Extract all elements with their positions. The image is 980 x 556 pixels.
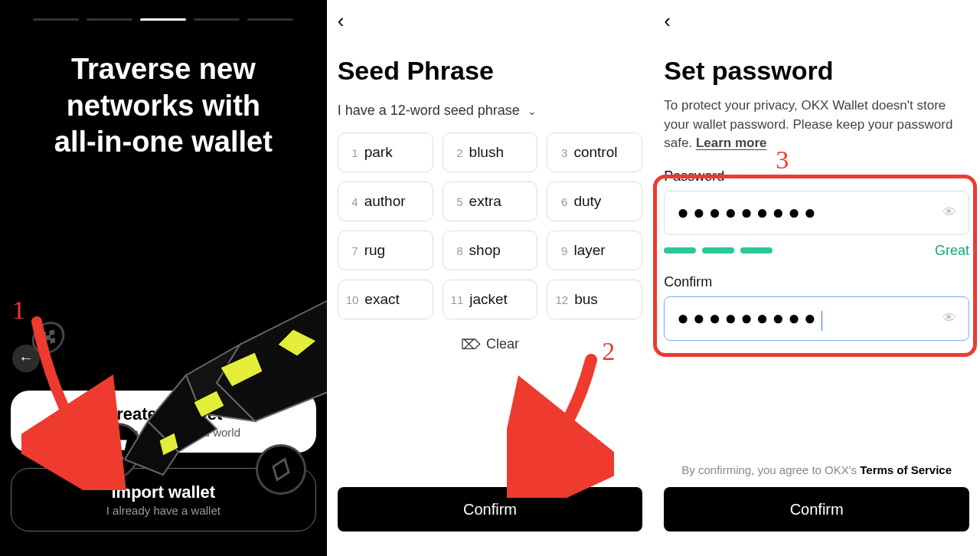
seed-word-input[interactable]: 8shop <box>443 231 538 270</box>
seed-word: layer <box>573 242 605 259</box>
seed-word: jacket <box>469 291 508 308</box>
strength-bar <box>664 247 696 253</box>
seed-index: 12 <box>555 293 568 306</box>
page-title: Seed Phrase <box>338 56 643 86</box>
seed-word-input[interactable]: 9layer <box>547 231 642 270</box>
strength-label: Great <box>935 243 969 259</box>
illustration-zone: ← <box>11 161 316 391</box>
headline-line: networks with <box>67 90 260 122</box>
svg-marker-15 <box>220 352 263 387</box>
seed-index: 1 <box>346 146 358 159</box>
seed-length-dropdown[interactable]: I have a 12-word seed phrase ⌄ <box>338 103 643 119</box>
button-subtitle: I'm new to decentralized world <box>18 426 309 439</box>
svg-rect-3 <box>41 339 47 345</box>
button-title: Create a wallet <box>18 404 309 424</box>
seed-index: 3 <box>555 146 567 159</box>
page-dot <box>87 18 132 21</box>
seed-word-input[interactable]: 11jacket <box>443 280 538 319</box>
password-strength: Great <box>664 243 969 259</box>
headline: Traverse new networks with all-in-one wa… <box>11 51 316 161</box>
confirm-label: Confirm <box>664 274 969 290</box>
onboarding-screen: Traverse new networks with all-in-one wa… <box>0 0 327 556</box>
password-input[interactable]: ●●●●●●●●● 👁 <box>664 191 969 235</box>
seed-grid: 1park2blush3control4author5extra6duty7ru… <box>338 132 643 319</box>
svg-rect-1 <box>49 329 54 335</box>
learn-more-link[interactable]: Learn more <box>696 136 767 150</box>
seed-word: shop <box>469 242 501 259</box>
confirm-button[interactable]: Confirm <box>338 487 643 531</box>
page-subtext: To protect your privacy, OKX Wallet does… <box>664 96 969 153</box>
page-dot <box>247 18 293 21</box>
text-cursor <box>822 311 823 331</box>
arrow-left-icon: ← <box>18 349 34 367</box>
page-dot-active <box>140 18 186 21</box>
seed-word: park <box>364 144 393 161</box>
create-wallet-button[interactable]: Create a wallet I'm new to decentralized… <box>11 391 316 453</box>
seed-word-input[interactable]: 5extra <box>443 182 538 221</box>
password-mask: ●●●●●●●●● <box>677 201 819 224</box>
seed-word: bus <box>574 291 598 308</box>
seed-word: rug <box>364 242 385 259</box>
svg-marker-17 <box>278 329 316 356</box>
annotation-arrow-2 <box>507 352 614 498</box>
svg-rect-5 <box>97 440 109 450</box>
page-indicator <box>11 18 316 21</box>
page-dot <box>33 18 79 21</box>
back-button[interactable]: ‹ <box>664 9 687 33</box>
chevron-left-icon: ‹ <box>338 9 345 32</box>
terms-line: By confirming, you agree to OKX's Terms … <box>664 402 969 476</box>
button-label: Confirm <box>790 501 844 518</box>
seed-index: 6 <box>555 195 567 208</box>
seed-word: author <box>364 193 406 210</box>
eye-icon[interactable]: 👁 <box>942 310 956 326</box>
page-dot <box>194 18 240 21</box>
clear-label: Clear <box>486 336 519 353</box>
seed-word: control <box>573 144 617 161</box>
back-button[interactable]: ‹ <box>338 9 361 33</box>
seed-word: blush <box>469 144 504 161</box>
seed-index: 4 <box>346 195 358 208</box>
seed-word: duty <box>573 193 601 210</box>
svg-rect-4 <box>50 337 55 343</box>
password-block: Password ●●●●●●●●● 👁 Great <box>664 168 969 259</box>
seed-word-input[interactable]: 7rug <box>338 231 433 270</box>
svg-marker-10 <box>270 456 292 482</box>
seed-index: 7 <box>346 244 358 257</box>
button-subtitle: I already have a wallet <box>19 504 308 517</box>
seed-index: 8 <box>451 244 463 257</box>
headline-line: all-in-one wallet <box>54 126 273 158</box>
button-label: Confirm <box>463 501 517 518</box>
set-password-screen: ‹ Set password To protect your privacy, … <box>653 0 980 556</box>
headline-line: Traverse new <box>71 53 256 85</box>
seed-word-input[interactable]: 2blush <box>443 132 538 172</box>
terms-link[interactable]: Terms of Service <box>860 463 952 476</box>
seed-word-input[interactable]: 10exact <box>338 280 433 319</box>
dropdown-label: I have a 12-word seed phrase <box>338 103 520 119</box>
confirm-inner: ●●●●●●●●● <box>677 306 822 332</box>
confirm-block: Confirm ●●●●●●●●● 👁 <box>664 274 969 341</box>
seed-word-input[interactable]: 3control <box>547 132 642 172</box>
clear-icon: ⌦ <box>461 336 480 353</box>
strength-bar <box>702 247 734 253</box>
svg-rect-8 <box>93 456 106 466</box>
chevron-left-icon: ‹ <box>664 9 671 32</box>
confirm-mask: ●●●●●●●●● <box>677 306 819 329</box>
seed-index: 10 <box>346 293 359 306</box>
seed-word-input[interactable]: 12bus <box>547 280 642 319</box>
page-title: Set password <box>664 56 969 86</box>
seed-index: 11 <box>451 293 464 306</box>
seed-word-input[interactable]: 6duty <box>547 182 642 221</box>
confirm-input[interactable]: ●●●●●●●●● 👁 <box>664 296 969 341</box>
seed-index: 9 <box>555 244 567 257</box>
clear-button[interactable]: ⌦ Clear <box>338 336 643 353</box>
seed-index: 2 <box>451 146 463 159</box>
chevron-down-icon: ⌄ <box>528 105 537 117</box>
seed-index: 5 <box>451 195 463 208</box>
seed-word-input[interactable]: 1park <box>338 132 433 172</box>
eye-icon[interactable]: 👁 <box>942 204 956 221</box>
confirm-button[interactable]: Confirm <box>664 487 969 531</box>
terms-prefix: By confirming, you agree to OKX's <box>681 463 860 476</box>
svg-rect-6 <box>114 440 126 450</box>
seed-word-input[interactable]: 4author <box>338 182 433 221</box>
seed-word: extra <box>469 193 501 210</box>
